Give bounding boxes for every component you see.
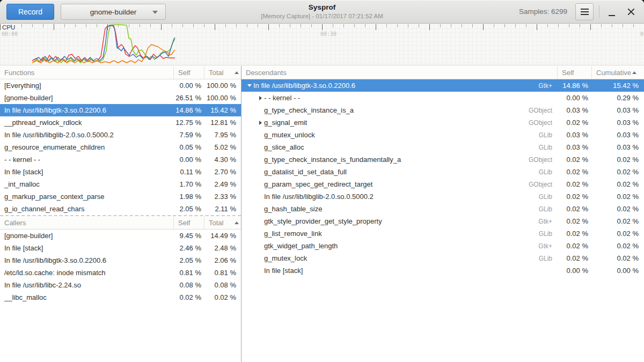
- function-name-cell: g_signal_emitGObject: [241, 119, 557, 127]
- functions-table-header: Functions Self Total: [0, 66, 241, 79]
- table-row[interactable]: In file [stack]2.46 %2.48 %: [0, 242, 241, 254]
- table-row[interactable]: In file /usr/lib/libglib-2.0.so.0.5000.2…: [0, 129, 241, 141]
- table-row[interactable]: [Everything]0.00 %100.00 %: [0, 79, 241, 92]
- self-percent-cell: 0.00 %: [173, 82, 204, 90]
- self-percent-cell: 0.02 %: [557, 217, 591, 225]
- sort-ascending-icon: [632, 71, 636, 74]
- sort-ascending-icon: [235, 71, 239, 74]
- library-category-label: GLib: [539, 255, 557, 262]
- descendants-column-header[interactable]: Descendants: [241, 69, 557, 77]
- right-pane: Descendants Self Cumulative In file /usr…: [241, 66, 644, 362]
- table-row[interactable]: [gnome-builder]26.51 %100.00 %: [0, 92, 241, 104]
- table-row[interactable]: In file /usr/lib/libgtk-3.so.0.2200.614.…: [0, 104, 241, 116]
- tree-row[interactable]: g_signal_emitGObject0.02 %0.03 %: [241, 116, 644, 129]
- expander-collapsed-icon[interactable]: [257, 119, 264, 127]
- self-percent-cell: 9.45 %: [173, 232, 204, 240]
- table-row[interactable]: g_resource_enumerate_children0.05 %5.02 …: [0, 141, 241, 153]
- cumulative-percent-cell: 0.02 %: [591, 242, 644, 250]
- tree-row[interactable]: g_param_spec_get_redirect_targetGObject0…: [241, 178, 644, 190]
- tree-row[interactable]: g_slice_allocGLib0.03 %0.03 %: [241, 141, 644, 153]
- self-column-header[interactable]: Self: [557, 66, 591, 79]
- tree-row[interactable]: In file /usr/lib/libgtk-3.so.0.2200.6Gtk…: [241, 79, 644, 92]
- expander-collapsed-icon[interactable]: [257, 94, 264, 102]
- function-name-cell: g_datalist_id_set_data_fullGLib: [241, 168, 557, 176]
- function-name-cell: _int_malloc: [0, 180, 173, 188]
- tree-row[interactable]: g_mutex_lockGLib0.02 %0.02 %: [241, 252, 644, 264]
- table-row[interactable]: __libc_malloc0.02 %0.02 %: [0, 291, 241, 304]
- function-name-label: g_signal_emit: [264, 119, 307, 127]
- library-category-label: GLib: [539, 168, 557, 176]
- expander-spacer: [257, 230, 264, 238]
- self-percent-cell: 12.75 %: [173, 119, 204, 127]
- close-button[interactable]: [624, 3, 639, 20]
- tree-row[interactable]: - - kernel - -0.00 %0.29 %: [241, 92, 644, 104]
- expander-triangle: [259, 96, 262, 100]
- self-percent-cell: 0.02 %: [557, 156, 591, 164]
- minimize-icon: [609, 15, 615, 16]
- function-name-cell: gtk_style_provider_get_style_propertyGtk…: [241, 217, 557, 225]
- expander-triangle: [259, 121, 262, 125]
- tree-row[interactable]: g_list_remove_linkGLib0.02 %0.02 %: [241, 227, 644, 240]
- tree-row[interactable]: gtk_style_provider_get_style_propertyGtk…: [241, 215, 644, 227]
- hamburger-menu-button[interactable]: [575, 3, 594, 20]
- callers-column-header[interactable]: Callers: [0, 219, 173, 227]
- minimize-button[interactable]: [604, 3, 619, 20]
- self-percent-cell: 0.03 %: [557, 131, 591, 139]
- self-percent-cell: 0.03 %: [557, 106, 591, 114]
- function-name-label: g_hash_table_size: [264, 205, 322, 213]
- total-column-header[interactable]: Total: [204, 216, 241, 229]
- table-row[interactable]: _int_malloc1.70 %2.49 %: [0, 178, 241, 190]
- tree-row[interactable]: g_mutex_unlockGLib0.03 %0.03 %: [241, 129, 644, 141]
- expander-expanded-icon[interactable]: [246, 82, 253, 90]
- tree-row[interactable]: g_datalist_id_set_data_fullGLib0.02 %0.0…: [241, 166, 644, 178]
- main-content: Functions Self Total [Everything]0.00 %1…: [0, 66, 644, 362]
- function-name-cell: g_type_check_instance_is_fundamentally_a…: [241, 156, 557, 164]
- table-row[interactable]: In file /usr/lib/libc-2.24.so0.08 %0.08 …: [0, 279, 241, 291]
- function-name-cell: __pthread_rwlock_rdlock: [0, 119, 173, 127]
- time-tick-label-end: 01:00: [640, 31, 644, 37]
- tree-row[interactable]: g_hash_table_sizeGLib0.02 %0.02 %: [241, 203, 644, 215]
- table-row[interactable]: g_io_channel_read_chars2.05 %2.11 %: [0, 203, 241, 215]
- total-percent-cell: 2.70 %: [204, 168, 241, 176]
- self-percent-cell: 0.02 %: [557, 230, 591, 238]
- cumulative-percent-cell: 0.03 %: [591, 119, 644, 127]
- hamburger-icon: [581, 11, 589, 12]
- table-row[interactable]: [gnome-builder]9.45 %14.49 %: [0, 230, 241, 242]
- self-percent-cell: 2.46 %: [173, 244, 204, 252]
- tree-row[interactable]: g_type_check_instance_is_fundamentally_a…: [241, 153, 644, 166]
- cumulative-percent-cell: 0.02 %: [591, 254, 644, 262]
- left-pane: Functions Self Total [Everything]0.00 %1…: [0, 66, 241, 362]
- tree-row[interactable]: In file [stack]0.00 %0.00 %: [241, 264, 644, 277]
- functions-column-header[interactable]: Functions: [0, 69, 173, 77]
- total-column-header[interactable]: Total: [204, 66, 241, 79]
- cumulative-percent-cell: 0.03 %: [591, 131, 644, 139]
- target-selector-dropdown[interactable]: gnome-builder: [61, 4, 166, 20]
- table-row[interactable]: In file [stack]0.11 %2.70 %: [0, 166, 241, 178]
- function-name-cell: g_markup_parse_context_parse: [0, 193, 173, 201]
- function-name-label: gtk_style_provider_get_style_property: [264, 217, 382, 225]
- cumulative-column-header[interactable]: Cumulative: [591, 66, 644, 79]
- tree-row[interactable]: gtk_widget_path_lengthGtk+0.02 %0.02 %: [241, 240, 644, 252]
- function-name-cell: [gnome-builder]: [0, 94, 173, 102]
- record-button[interactable]: Record: [6, 4, 54, 20]
- self-percent-cell: 0.00 %: [173, 156, 204, 164]
- library-category-label: GObject: [529, 119, 557, 127]
- cumulative-percent-cell: 0.02 %: [591, 193, 644, 201]
- tree-row[interactable]: g_type_check_instance_is_aGObject0.03 %0…: [241, 104, 644, 116]
- table-row[interactable]: __pthread_rwlock_rdlock12.75 %12.81 %: [0, 116, 241, 129]
- total-percent-cell: 7.95 %: [204, 131, 241, 139]
- total-percent-cell: 2.06 %: [204, 256, 241, 264]
- table-row[interactable]: g_markup_parse_context_parse1.98 %2.33 %: [0, 190, 241, 203]
- cumulative-percent-cell: 0.02 %: [591, 168, 644, 176]
- table-row[interactable]: In file /usr/lib/libgtk-3.so.0.2200.62.0…: [0, 254, 241, 267]
- cumulative-percent-cell: 0.03 %: [591, 106, 644, 114]
- expander-spacer: [257, 193, 264, 201]
- tree-row[interactable]: In file /usr/lib/libglib-2.0.so.0.5000.2…: [241, 190, 644, 203]
- table-row[interactable]: /etc/ld.so.cache: inode mismatch0.81 %0.…: [0, 267, 241, 279]
- self-column-header[interactable]: Self: [173, 66, 204, 79]
- function-name-label: In file /usr/lib/libgtk-3.so.0.2200.6: [253, 82, 355, 90]
- window-subtitle: [Memory Capture] - 01/17/2017 07:21:52 A…: [177, 12, 467, 20]
- cpu-graph[interactable]: CPU 00:00 00:30 01:00: [0, 24, 644, 65]
- self-column-header[interactable]: Self: [173, 216, 204, 229]
- table-row[interactable]: - - kernel - -0.00 %4.30 %: [0, 153, 241, 166]
